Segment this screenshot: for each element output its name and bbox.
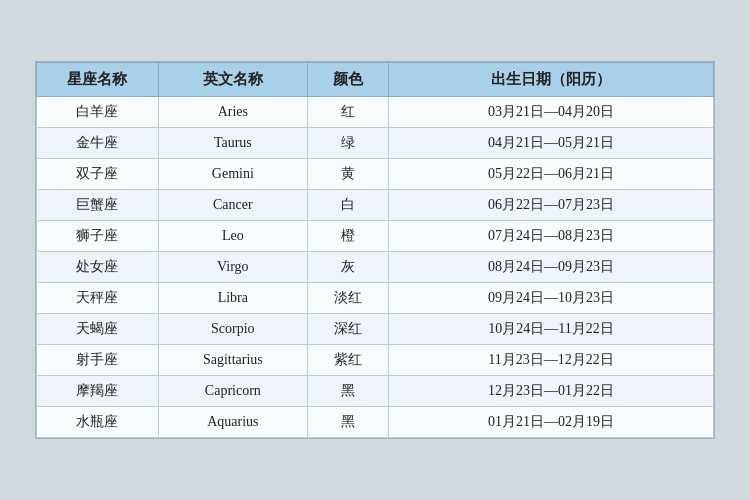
cell-date: 10月24日—11月22日 (389, 314, 714, 345)
cell-zh-name: 摩羯座 (37, 376, 159, 407)
header-en-name: 英文名称 (158, 63, 307, 97)
cell-en-name: Aquarius (158, 407, 307, 438)
cell-color: 黑 (307, 376, 388, 407)
table-row: 摩羯座Capricorn黑12月23日—01月22日 (37, 376, 714, 407)
cell-en-name: Virgo (158, 252, 307, 283)
cell-color: 橙 (307, 221, 388, 252)
cell-color: 灰 (307, 252, 388, 283)
header-color: 颜色 (307, 63, 388, 97)
cell-zh-name: 双子座 (37, 159, 159, 190)
cell-date: 12月23日—01月22日 (389, 376, 714, 407)
cell-date: 01月21日—02月19日 (389, 407, 714, 438)
table-row: 白羊座Aries红03月21日—04月20日 (37, 97, 714, 128)
cell-color: 黑 (307, 407, 388, 438)
cell-color: 白 (307, 190, 388, 221)
cell-en-name: Taurus (158, 128, 307, 159)
cell-date: 06月22日—07月23日 (389, 190, 714, 221)
cell-zh-name: 狮子座 (37, 221, 159, 252)
cell-zh-name: 射手座 (37, 345, 159, 376)
header-date: 出生日期（阳历） (389, 63, 714, 97)
zodiac-table-wrapper: 星座名称 英文名称 颜色 出生日期（阳历） 白羊座Aries红03月21日—04… (35, 61, 715, 439)
table-row: 天蝎座Scorpio深红10月24日—11月22日 (37, 314, 714, 345)
cell-date: 08月24日—09月23日 (389, 252, 714, 283)
cell-en-name: Scorpio (158, 314, 307, 345)
zodiac-table: 星座名称 英文名称 颜色 出生日期（阳历） 白羊座Aries红03月21日—04… (36, 62, 714, 438)
cell-en-name: Capricorn (158, 376, 307, 407)
header-zh-name: 星座名称 (37, 63, 159, 97)
table-row: 水瓶座Aquarius黑01月21日—02月19日 (37, 407, 714, 438)
cell-date: 05月22日—06月21日 (389, 159, 714, 190)
cell-en-name: Aries (158, 97, 307, 128)
table-row: 天秤座Libra淡红09月24日—10月23日 (37, 283, 714, 314)
cell-en-name: Libra (158, 283, 307, 314)
cell-color: 淡红 (307, 283, 388, 314)
cell-zh-name: 水瓶座 (37, 407, 159, 438)
cell-zh-name: 金牛座 (37, 128, 159, 159)
table-row: 射手座Sagittarius紫红11月23日—12月22日 (37, 345, 714, 376)
cell-date: 03月21日—04月20日 (389, 97, 714, 128)
cell-en-name: Sagittarius (158, 345, 307, 376)
cell-date: 04月21日—05月21日 (389, 128, 714, 159)
cell-date: 07月24日—08月23日 (389, 221, 714, 252)
table-row: 双子座Gemini黄05月22日—06月21日 (37, 159, 714, 190)
table-row: 金牛座Taurus绿04月21日—05月21日 (37, 128, 714, 159)
cell-date: 09月24日—10月23日 (389, 283, 714, 314)
table-row: 狮子座Leo橙07月24日—08月23日 (37, 221, 714, 252)
cell-en-name: Leo (158, 221, 307, 252)
cell-color: 紫红 (307, 345, 388, 376)
cell-zh-name: 白羊座 (37, 97, 159, 128)
table-row: 处女座Virgo灰08月24日—09月23日 (37, 252, 714, 283)
cell-en-name: Gemini (158, 159, 307, 190)
table-header-row: 星座名称 英文名称 颜色 出生日期（阳历） (37, 63, 714, 97)
cell-zh-name: 巨蟹座 (37, 190, 159, 221)
cell-color: 深红 (307, 314, 388, 345)
cell-color: 红 (307, 97, 388, 128)
table-row: 巨蟹座Cancer白06月22日—07月23日 (37, 190, 714, 221)
cell-zh-name: 天蝎座 (37, 314, 159, 345)
cell-en-name: Cancer (158, 190, 307, 221)
cell-date: 11月23日—12月22日 (389, 345, 714, 376)
cell-zh-name: 处女座 (37, 252, 159, 283)
cell-color: 黄 (307, 159, 388, 190)
cell-zh-name: 天秤座 (37, 283, 159, 314)
cell-color: 绿 (307, 128, 388, 159)
